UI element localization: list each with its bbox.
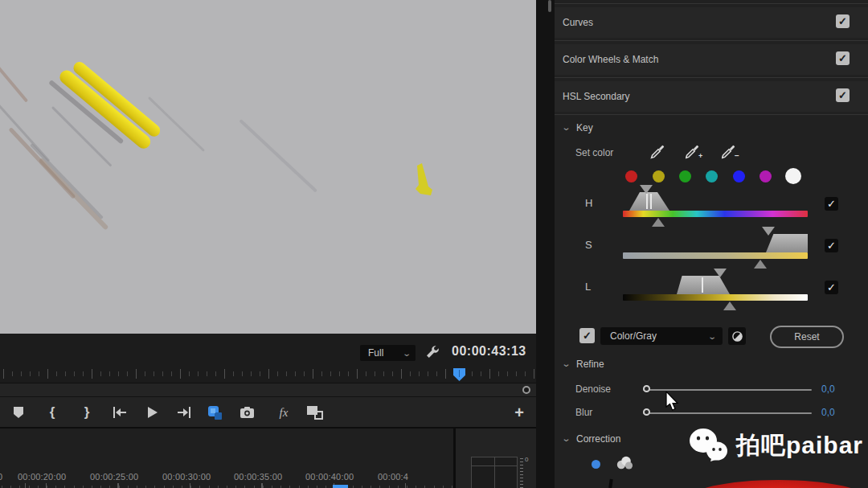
- mark-out-button[interactable]: }: [76, 402, 97, 423]
- timeline-timecode-label: 0: [0, 472, 2, 482]
- correction-eyedropper-tip: [608, 479, 612, 488]
- color-wheels-enable-checkbox[interactable]: [836, 51, 850, 65]
- refine-collapse-chevron[interactable]: ⌄: [562, 359, 571, 369]
- s-range-selector[interactable]: [766, 234, 808, 252]
- zoom-level-select[interactable]: Full ⌄: [360, 345, 416, 361]
- monitor-scrollbar[interactable]: [0, 383, 536, 396]
- section-hsl-secondary[interactable]: HSL Secondary: [555, 81, 868, 112]
- comparison-view-button[interactable]: [304, 402, 325, 423]
- global-fx-mute-button[interactable]: fx: [273, 402, 294, 423]
- program-monitor-preview[interactable]: [0, 0, 536, 334]
- panel-scrollbar-thumb[interactable]: [548, 0, 551, 12]
- pencil-scribble: [0, 61, 28, 103]
- key-output-value: Color/Gray: [610, 330, 657, 342]
- denoise-slider-track[interactable]: [643, 389, 812, 391]
- color-wheels-mode-icon[interactable]: [614, 454, 635, 472]
- eyedropper-subtract-icon[interactable]: −: [722, 144, 741, 160]
- audio-meter-panel: 0: [456, 429, 536, 488]
- scrollbar-end-handle[interactable]: [522, 386, 530, 394]
- mouse-cursor: [665, 392, 679, 412]
- section-curves[interactable]: Curves: [555, 7, 868, 38]
- timeline-selection-bar[interactable]: [333, 485, 348, 488]
- monitor-ruler[interactable]: [0, 366, 536, 383]
- denoise-slider-handle[interactable]: [643, 385, 650, 392]
- timeline-timecode-label: 00:00:40:00: [305, 472, 354, 482]
- swatch-blue[interactable]: [733, 170, 745, 182]
- blur-value[interactable]: 0,0: [821, 407, 835, 418]
- pencil-scribble: [30, 143, 104, 219]
- h-enable-checkbox[interactable]: [825, 197, 838, 211]
- blur-slider-track[interactable]: [643, 412, 812, 414]
- s-enable-checkbox[interactable]: [825, 239, 838, 252]
- key-group-label: Key: [576, 122, 593, 133]
- svg-text:−: −: [735, 151, 739, 160]
- swatch-green[interactable]: [679, 170, 691, 182]
- add-marker-button[interactable]: [8, 402, 29, 423]
- section-label: Curves: [563, 17, 593, 28]
- l-bottom-handle[interactable]: [723, 301, 736, 310]
- lift-button[interactable]: [204, 402, 225, 423]
- mark-in-button[interactable]: {: [42, 402, 63, 423]
- settings-wrench-icon[interactable]: [424, 344, 440, 360]
- swatch-white[interactable]: [785, 168, 801, 184]
- zoom-level-value: Full: [368, 347, 383, 359]
- s-top-handle[interactable]: [762, 227, 775, 236]
- audio-meter-zero-label: 0: [525, 456, 528, 463]
- section-color-wheels[interactable]: Color Wheels & Match: [555, 44, 868, 75]
- l-top-handle[interactable]: [714, 269, 727, 277]
- h-bottom-handle[interactable]: [652, 218, 665, 227]
- timeline-panel[interactable]: 0 00:00:20:00 00:00:25:00 00:00:30:00 00…: [0, 427, 536, 488]
- eyedropper-icon[interactable]: [649, 144, 665, 160]
- h-gradient-bar[interactable]: [623, 211, 808, 217]
- correction-group-label: Correction: [576, 433, 620, 445]
- go-to-out-icon: [176, 406, 192, 419]
- output-enable-checkbox[interactable]: [579, 328, 595, 343]
- l-range-selector[interactable]: [677, 276, 730, 294]
- set-color-label: Set color: [575, 147, 613, 158]
- timeline-timecode-label: 00:00:4: [378, 472, 408, 482]
- denoise-value[interactable]: 0,0: [821, 383, 835, 395]
- swatch-magenta[interactable]: [760, 170, 772, 182]
- comparison-view-icon: [305, 405, 324, 420]
- correction-collapse-chevron[interactable]: ⌄: [562, 433, 571, 444]
- hsl-enable-checkbox[interactable]: [836, 88, 850, 102]
- invert-icon: [731, 330, 743, 342]
- mark-out-glyph: }: [84, 404, 90, 420]
- h-top-handle[interactable]: [640, 185, 653, 194]
- key-output-select[interactable]: Color/Gray ⌄: [600, 327, 723, 345]
- invert-mask-button[interactable]: [728, 327, 746, 345]
- timeline-timecode-label: 00:00:25:00: [90, 472, 138, 482]
- playhead-marker[interactable]: [453, 368, 465, 381]
- chevron-down-icon: ⌄: [402, 349, 411, 358]
- curves-enable-checkbox[interactable]: [836, 14, 850, 28]
- reset-button[interactable]: Reset: [770, 326, 844, 348]
- eyedropper-add-icon[interactable]: +: [686, 144, 705, 160]
- h-slider-label: H: [585, 197, 592, 209]
- play-button[interactable]: [142, 402, 163, 423]
- button-editor-button[interactable]: +: [509, 402, 530, 423]
- correction-color-radio[interactable]: [592, 460, 600, 469]
- reset-label: Reset: [794, 331, 819, 342]
- swatch-yellow[interactable]: [653, 170, 665, 182]
- play-icon: [147, 406, 158, 419]
- panel-gutter: [536, 0, 555, 488]
- s-bottom-handle[interactable]: [754, 260, 767, 269]
- blur-slider-handle[interactable]: [643, 408, 650, 416]
- go-to-out-button[interactable]: [174, 402, 194, 423]
- pencil-scribble: [39, 158, 109, 230]
- key-collapse-chevron[interactable]: ⌄: [562, 122, 571, 133]
- l-slider-label: L: [585, 281, 591, 293]
- export-frame-button[interactable]: [236, 402, 257, 423]
- monitor-control-bar: Full ⌄ 00:00:43:13: [0, 334, 536, 366]
- l-gradient-bar[interactable]: [623, 294, 808, 301]
- l-enable-checkbox[interactable]: [825, 281, 838, 294]
- refine-group-label: Refine: [576, 359, 604, 370]
- swatch-teal[interactable]: [706, 170, 718, 182]
- timeline-ruler-ticks[interactable]: [0, 483, 452, 488]
- go-to-in-button[interactable]: [109, 402, 130, 423]
- yellow-crayon: [55, 59, 162, 158]
- h-range-selector[interactable]: [629, 192, 669, 211]
- timeline-timecode-label: 00:00:20:00: [18, 472, 66, 482]
- swatch-red[interactable]: [625, 170, 637, 182]
- s-gradient-bar[interactable]: [623, 252, 808, 259]
